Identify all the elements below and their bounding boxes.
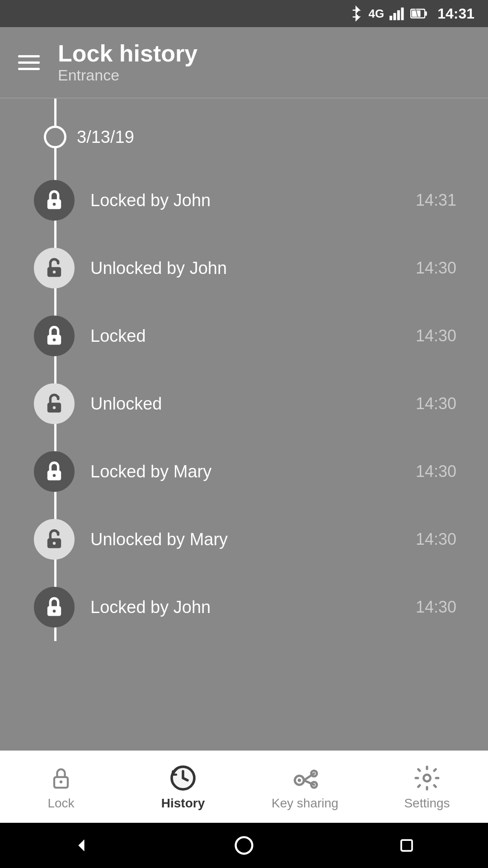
- lock-closed-icon: [42, 460, 66, 483]
- svg-rect-1: [394, 13, 396, 20]
- tab-lock-label: Lock: [47, 796, 74, 811]
- svg-rect-5: [425, 11, 427, 16]
- list-item: Locked by Mary 14:30: [27, 438, 488, 505]
- tab-lock[interactable]: Lock: [0, 764, 122, 811]
- lock-closed-icon: [42, 595, 66, 619]
- svg-rect-2: [397, 10, 400, 20]
- svg-point-27: [298, 778, 301, 782]
- locked-icon-wrap: [34, 451, 75, 492]
- item-time: 14:31: [416, 191, 456, 210]
- date-text: 3/13/19: [77, 127, 134, 147]
- locked-icon-wrap: [34, 180, 75, 221]
- unlocked-icon-wrap: [34, 248, 75, 288]
- svg-point-9: [53, 203, 56, 206]
- item-time: 14:30: [416, 462, 456, 481]
- lock-open-icon: [42, 256, 66, 280]
- back-button[interactable]: [68, 832, 95, 859]
- signal-icon: [389, 7, 405, 20]
- android-nav-bar: [0, 823, 488, 868]
- settings-nav-icon: [413, 764, 441, 793]
- header: Lock history Entrance: [0, 27, 488, 99]
- svg-point-21: [53, 610, 56, 613]
- timeline: 3/13/19 Locked by John 14:31: [27, 99, 488, 641]
- svg-point-32: [424, 774, 431, 781]
- recents-button[interactable]: [393, 832, 420, 859]
- lock-closed-icon: [42, 324, 66, 348]
- main-content: 3/13/19 Locked by John 14:31: [0, 99, 488, 750]
- bottom-nav: Lock History Key sharing: [0, 750, 488, 823]
- unlocked-icon-wrap: [34, 519, 75, 560]
- tab-key-sharing-label: Key sharing: [272, 796, 338, 811]
- item-time: 14:30: [416, 259, 456, 278]
- battery-icon: [410, 7, 427, 20]
- item-label: Unlocked by Mary: [90, 530, 416, 549]
- tab-history-label: History: [161, 796, 205, 811]
- home-button[interactable]: [230, 832, 258, 859]
- page-subtitle: Entrance: [58, 66, 197, 84]
- locked-icon-wrap: [34, 316, 75, 356]
- tab-settings[interactable]: Settings: [366, 764, 488, 811]
- item-label: Locked by John: [90, 191, 416, 210]
- item-time: 14:30: [416, 326, 456, 345]
- bluetooth-icon: [349, 5, 363, 22]
- 4g-icon: 4G: [368, 7, 384, 21]
- item-time: 14:30: [416, 598, 456, 617]
- locked-icon-wrap: [34, 587, 75, 627]
- svg-marker-33: [78, 840, 84, 852]
- lock-open-icon: [42, 392, 66, 415]
- svg-point-13: [53, 339, 56, 342]
- list-item: Locked by John 14:31: [27, 166, 488, 234]
- lock-nav-icon: [47, 764, 75, 793]
- svg-point-11: [53, 271, 56, 274]
- item-label: Locked: [90, 326, 416, 346]
- date-circle: [44, 126, 66, 148]
- page-title: Lock history: [58, 41, 197, 66]
- list-item: Locked by John 14:30: [27, 573, 488, 641]
- date-marker: 3/13/19: [27, 108, 488, 166]
- item-label: Locked by Mary: [90, 462, 416, 481]
- svg-rect-35: [401, 840, 412, 851]
- item-label: Unlocked: [90, 394, 416, 414]
- svg-rect-3: [401, 8, 404, 20]
- item-label: Locked by John: [90, 598, 416, 617]
- item-time: 14:30: [416, 530, 456, 549]
- svg-point-15: [53, 406, 56, 410]
- item-time: 14:30: [416, 394, 456, 413]
- svg-point-17: [53, 474, 56, 477]
- status-icons: 4G 14:31: [349, 5, 474, 22]
- svg-point-23: [60, 780, 62, 783]
- item-label: Unlocked by John: [90, 259, 416, 278]
- hamburger-menu-button[interactable]: [18, 55, 40, 70]
- tab-history[interactable]: History: [122, 764, 244, 811]
- svg-point-19: [53, 542, 56, 545]
- header-text: Lock history Entrance: [58, 41, 197, 84]
- tab-key-sharing[interactable]: Key sharing: [244, 764, 366, 811]
- svg-rect-0: [389, 16, 392, 20]
- lock-open-icon: [42, 528, 66, 551]
- list-item: Unlocked 14:30: [27, 370, 488, 438]
- unlocked-icon-wrap: [34, 383, 75, 424]
- status-time: 14:31: [437, 5, 474, 22]
- list-item: Locked 14:30: [27, 302, 488, 370]
- key-sharing-nav-icon: [291, 764, 319, 793]
- tab-settings-label: Settings: [404, 796, 450, 811]
- svg-point-34: [236, 837, 253, 854]
- list-item: Unlocked by John 14:30: [27, 234, 488, 302]
- list-item: Unlocked by Mary 14:30: [27, 505, 488, 573]
- lock-closed-icon: [42, 189, 66, 212]
- history-nav-icon: [169, 764, 197, 793]
- status-bar: 4G 14:31: [0, 0, 488, 27]
